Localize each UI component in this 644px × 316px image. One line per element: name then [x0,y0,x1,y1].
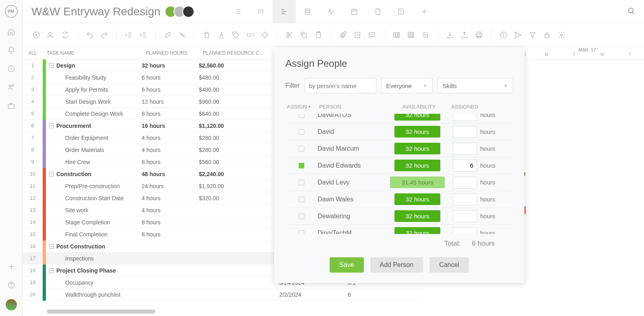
export-icon[interactable] [460,30,469,40]
col-assigned[interactable]: ASSIGNED [451,104,512,110]
add-person-button[interactable]: Add Person [370,257,423,273]
save-button[interactable]: Save [330,257,363,273]
gear-icon[interactable] [557,30,566,40]
outdent-icon[interactable] [124,30,134,40]
person-row: Dawn Wales32 hourshours [285,191,513,208]
view-sheet-icon[interactable] [296,0,319,23]
zoom-in-icon[interactable] [421,30,430,40]
view-list-icon[interactable] [226,0,249,23]
milestone-icon[interactable] [260,30,270,40]
col-hours[interactable]: PLANNED HOURS [142,50,199,56]
assign-checkbox[interactable] [299,180,304,185]
horizontal-scrollbar[interactable] [47,310,155,314]
filter-icon[interactable] [528,30,537,40]
info-icon[interactable] [499,30,508,40]
refresh-icon[interactable] [60,30,70,40]
text-color-icon[interactable] [217,30,226,40]
help-icon[interactable] [7,281,16,289]
collapse-icon[interactable]: − [49,172,54,176]
view-risk-icon[interactable] [389,0,413,23]
cut-icon[interactable] [285,30,294,40]
user-avatar[interactable] [6,299,17,310]
view-gantt-icon[interactable] [272,0,296,23]
view-add-icon[interactable] [413,0,436,23]
import-icon[interactable] [445,30,455,40]
view-pulse-icon[interactable] [319,0,343,23]
number-icon[interactable]: 123 [246,30,255,40]
svg-rect-19 [355,32,360,37]
people-icon[interactable] [7,83,16,92]
comment-icon[interactable] [367,30,377,40]
copy-icon[interactable] [299,30,309,40]
availability-pill: 32 hours [394,193,440,205]
assign-checkbox[interactable] [299,114,304,118]
attach-icon[interactable] [338,30,348,40]
col-cost[interactable]: PLANNED RESOURCE C... [199,50,279,56]
unlink-icon[interactable] [178,30,187,40]
trash-icon[interactable] [202,30,212,40]
columns-icon[interactable] [392,30,401,40]
col-availability[interactable]: AVAILABILITY [387,104,451,110]
redo-icon[interactable] [99,30,109,40]
view-calendar-icon[interactable] [343,0,366,23]
paste-icon[interactable] [314,30,323,40]
assigned-hours-input[interactable] [453,193,477,205]
hours-unit: hours [480,230,495,234]
assign-checkbox[interactable] [299,146,304,152]
project-title: W&W Entryway Redesign [31,5,161,18]
assigned-hours-input[interactable] [453,210,477,222]
bell-icon[interactable] [7,46,16,55]
svg-point-14 [287,35,289,37]
add-task-icon[interactable] [31,30,41,40]
assigned-hours-input[interactable] [453,227,477,234]
plus-icon[interactable] [7,262,16,271]
assign-icon[interactable] [46,30,56,40]
task-row[interactable]: 20Walkthrough punchlist2/2/20246 [23,289,421,301]
undo-icon[interactable] [85,30,95,40]
assigned-hours-input[interactable] [453,143,477,155]
col-assign[interactable]: ASSIGN▼ [287,104,319,110]
assign-checkbox[interactable] [299,230,304,234]
assigned-hours-input[interactable] [453,176,477,189]
filter-input[interactable] [305,78,376,93]
skills-select[interactable]: Skills▼ [438,78,513,93]
availability-pill: 32 hours [394,210,440,222]
home-icon[interactable] [7,27,16,36]
cancel-button[interactable]: Cancel [429,257,469,273]
total-value: 6 hours [472,240,495,248]
tag-icon[interactable] [231,30,241,40]
assigned-hours-input[interactable] [453,126,477,138]
assign-checkbox[interactable] [299,197,304,202]
col-person[interactable]: PERSON [319,104,387,110]
collapse-icon[interactable]: − [49,244,54,249]
assigned-hours-input[interactable] [453,114,477,121]
collapse-icon[interactable]: − [49,123,54,128]
app-logo[interactable]: PM [5,5,18,18]
view-file-icon[interactable] [366,0,389,23]
print-icon[interactable] [474,30,484,40]
view-board-icon[interactable] [249,0,272,23]
send-icon[interactable] [513,30,523,40]
person-name: Dino/TechM [318,230,385,234]
note-icon[interactable] [353,30,362,40]
collapse-icon[interactable]: − [49,268,54,273]
search-icon[interactable] [627,7,635,16]
col-all[interactable]: ALL [23,50,43,56]
project-members[interactable] [168,6,194,18]
assigned-hours-input[interactable] [453,160,477,172]
link-icon[interactable] [163,30,173,40]
col-name[interactable]: TASK NAME [43,50,142,56]
svg-point-12 [49,32,52,35]
view-tabs [226,0,436,23]
assign-checkbox[interactable] [299,213,304,219]
briefcase-icon[interactable] [7,101,16,110]
clock-icon[interactable] [7,64,16,73]
everyone-select[interactable]: Everyone▼ [381,78,433,93]
lock-icon[interactable] [542,30,552,40]
indent-icon[interactable] [138,30,148,40]
assign-checkbox[interactable] [299,163,304,168]
person-name: Dave/ATOS [318,114,385,119]
grid-icon[interactable] [406,30,416,40]
collapse-icon[interactable]: − [49,63,54,68]
assign-checkbox[interactable] [299,129,304,135]
